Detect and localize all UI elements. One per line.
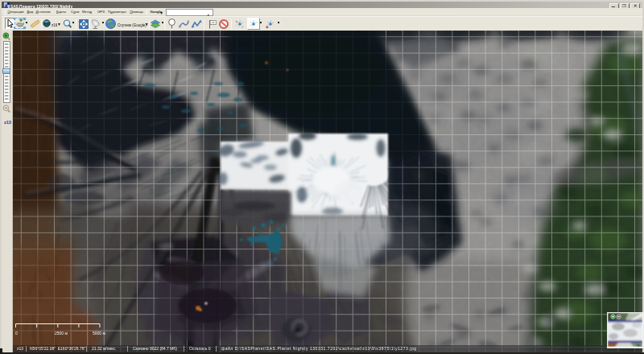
svg-text:2500 м: 2500 м [55, 331, 68, 335]
svg-text:0: 0 [15, 331, 18, 335]
svg-text:5000 м: 5000 м [93, 331, 106, 335]
